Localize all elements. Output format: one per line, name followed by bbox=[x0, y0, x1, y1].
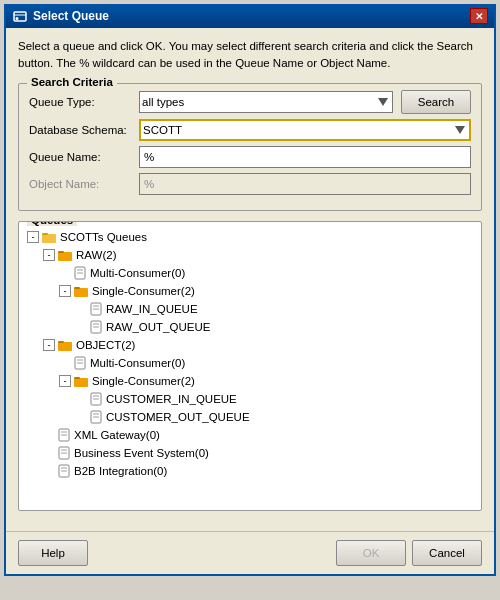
search-criteria-group: Search Criteria Queue Type: all types RA… bbox=[18, 83, 482, 211]
queue-name-label: Queue Name: bbox=[29, 151, 139, 163]
svg-rect-4 bbox=[42, 233, 48, 235]
tree-toggle[interactable]: - bbox=[43, 249, 55, 261]
document-icon bbox=[89, 410, 103, 424]
tree-toggle[interactable]: - bbox=[59, 285, 71, 297]
folder-open-icon bbox=[41, 230, 57, 244]
queue-type-controls: all types RAW OBJECT XML Gateway Busines… bbox=[139, 90, 471, 114]
queue-name-input[interactable] bbox=[139, 146, 471, 168]
db-schema-select[interactable]: SCOTT SYS SYSTEM bbox=[139, 119, 471, 141]
list-item[interactable]: Multi-Consumer(0) bbox=[25, 354, 475, 372]
list-item[interactable]: Business Event System(0) bbox=[25, 444, 475, 462]
cancel-button[interactable]: Cancel bbox=[412, 540, 482, 566]
list-item[interactable]: RAW_IN_QUEUE bbox=[25, 300, 475, 318]
object-name-controls bbox=[139, 173, 471, 195]
db-schema-controls: SCOTT SYS SYSTEM bbox=[139, 119, 471, 141]
queue-type-select[interactable]: all types RAW OBJECT XML Gateway Busines… bbox=[139, 91, 393, 113]
help-button[interactable]: Help bbox=[18, 540, 88, 566]
list-item[interactable]: - RAW(2) bbox=[25, 246, 475, 264]
right-buttons: OK Cancel bbox=[336, 540, 482, 566]
list-item[interactable]: - SCOTTs Queues bbox=[25, 228, 475, 246]
ok-button[interactable]: OK bbox=[336, 540, 406, 566]
list-item[interactable]: - Single-Consumer(2) bbox=[25, 372, 475, 390]
document-icon bbox=[57, 428, 71, 442]
list-item[interactable]: CUSTOMER_IN_QUEUE bbox=[25, 390, 475, 408]
close-button[interactable]: ✕ bbox=[470, 8, 488, 24]
svg-rect-5 bbox=[58, 252, 72, 261]
search-criteria-title: Search Criteria bbox=[27, 76, 117, 88]
tree-item-label: Multi-Consumer(0) bbox=[90, 264, 185, 282]
document-icon bbox=[57, 446, 71, 460]
svg-rect-23 bbox=[74, 378, 88, 387]
tree-toggle[interactable]: - bbox=[43, 339, 55, 351]
svg-rect-10 bbox=[74, 288, 88, 297]
folder-icon bbox=[57, 248, 73, 262]
intro-text: Select a queue and click OK. You may sel… bbox=[18, 38, 482, 73]
tree-item-label: SCOTTs Queues bbox=[60, 228, 147, 246]
svg-rect-19 bbox=[58, 341, 64, 343]
tree-item-label: CUSTOMER_OUT_QUEUE bbox=[106, 408, 250, 426]
title-bar-left: Select Queue bbox=[12, 8, 109, 24]
db-schema-label: Database Schema: bbox=[29, 124, 139, 136]
window-body: Select a queue and click OK. You may sel… bbox=[6, 28, 494, 531]
svg-point-2 bbox=[16, 17, 19, 20]
queue-type-label: Queue Type: bbox=[29, 96, 139, 108]
title-bar: Select Queue ✕ bbox=[6, 4, 494, 28]
bottom-bar: Help OK Cancel bbox=[6, 531, 494, 574]
window-icon bbox=[12, 8, 28, 24]
list-item[interactable]: - Single-Consumer(2) bbox=[25, 282, 475, 300]
document-icon bbox=[57, 464, 71, 478]
queue-name-row: Queue Name: bbox=[29, 146, 471, 168]
tree-item-label: Multi-Consumer(0) bbox=[90, 354, 185, 372]
svg-rect-18 bbox=[58, 342, 72, 351]
folder-icon bbox=[73, 374, 89, 388]
list-item[interactable]: CUSTOMER_OUT_QUEUE bbox=[25, 408, 475, 426]
tree-item-label: CUSTOMER_IN_QUEUE bbox=[106, 390, 237, 408]
document-icon bbox=[89, 320, 103, 334]
folder-icon bbox=[57, 338, 73, 352]
list-item[interactable]: RAW_OUT_QUEUE bbox=[25, 318, 475, 336]
queues-title: Queues bbox=[27, 221, 77, 226]
tree-item-label: B2B Integration(0) bbox=[74, 462, 167, 480]
tree-toggle[interactable]: - bbox=[27, 231, 39, 243]
document-icon bbox=[73, 356, 87, 370]
tree-item-label: XML Gateway(0) bbox=[74, 426, 160, 444]
document-icon bbox=[89, 302, 103, 316]
tree-toggle[interactable]: - bbox=[59, 375, 71, 387]
document-icon bbox=[73, 266, 87, 280]
search-button[interactable]: Search bbox=[401, 90, 471, 114]
tree-item-label: RAW_IN_QUEUE bbox=[106, 300, 198, 318]
list-item[interactable]: B2B Integration(0) bbox=[25, 462, 475, 480]
queue-type-row: Queue Type: all types RAW OBJECT XML Gat… bbox=[29, 90, 471, 114]
select-queue-window: Select Queue ✕ Select a queue and click … bbox=[4, 4, 496, 576]
tree-item-label: Business Event System(0) bbox=[74, 444, 209, 462]
tree: - SCOTTs Queues - RAW(2) bbox=[25, 228, 475, 480]
object-name-label: Object Name: bbox=[29, 178, 139, 190]
queue-name-controls bbox=[139, 146, 471, 168]
tree-item-label: Single-Consumer(2) bbox=[92, 282, 195, 300]
svg-rect-0 bbox=[14, 12, 26, 21]
tree-item-label: OBJECT(2) bbox=[76, 336, 135, 354]
svg-rect-3 bbox=[42, 234, 56, 243]
svg-rect-24 bbox=[74, 377, 80, 379]
svg-rect-6 bbox=[58, 251, 64, 253]
tree-item-label: RAW(2) bbox=[76, 246, 116, 264]
list-item[interactable]: Multi-Consumer(0) bbox=[25, 264, 475, 282]
tree-item-label: RAW_OUT_QUEUE bbox=[106, 318, 210, 336]
object-name-input[interactable] bbox=[139, 173, 471, 195]
folder-icon bbox=[73, 284, 89, 298]
window-title: Select Queue bbox=[33, 9, 109, 23]
db-schema-row: Database Schema: SCOTT SYS SYSTEM bbox=[29, 119, 471, 141]
document-icon bbox=[89, 392, 103, 406]
object-name-row: Object Name: bbox=[29, 173, 471, 195]
svg-rect-11 bbox=[74, 287, 80, 289]
tree-item-label: Single-Consumer(2) bbox=[92, 372, 195, 390]
list-item[interactable]: XML Gateway(0) bbox=[25, 426, 475, 444]
queues-group: Queues - SCOTTs Queues - bbox=[18, 221, 482, 511]
list-item[interactable]: - OBJECT(2) bbox=[25, 336, 475, 354]
